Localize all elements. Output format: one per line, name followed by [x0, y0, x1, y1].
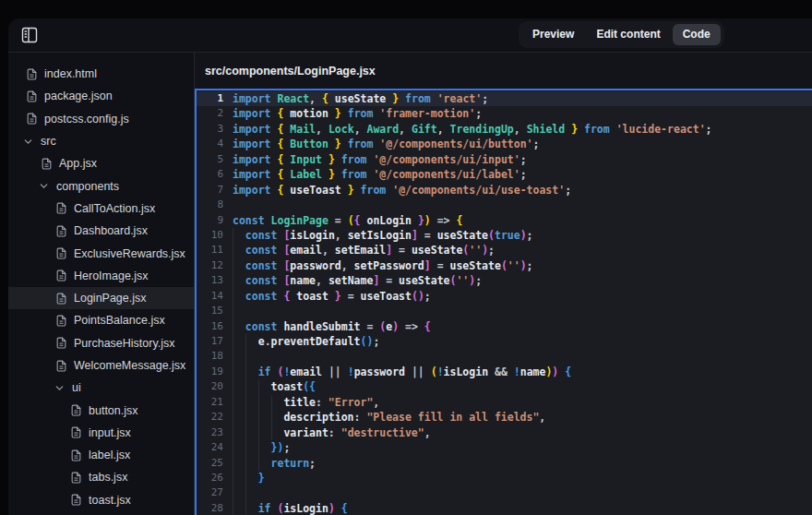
code-line[interactable]: 22description: "Please fill in all field… [197, 410, 812, 425]
file-text-icon [55, 225, 67, 237]
line-content: const LoginPage = ({ onLogin }) => { [233, 213, 462, 228]
code-line[interactable]: 21title: "Error", [197, 395, 812, 410]
code-line[interactable]: 28if (isLogin) { [197, 501, 812, 515]
indent-guide [245, 410, 258, 425]
code-line[interactable]: 20toast({ [197, 379, 812, 394]
file-text-icon [55, 337, 67, 349]
code-line[interactable]: 17e.preventDefault(); [197, 334, 812, 349]
indent-guide [245, 334, 258, 349]
file-label: ui [72, 381, 81, 394]
file-label: package.json [44, 90, 113, 102]
line-number: 7 [197, 183, 233, 198]
code-line[interactable]: 10const [isLogin, setIsLogin] = useState… [197, 228, 812, 243]
code-line[interactable]: 7import { useToast } from '@/components/… [197, 183, 812, 198]
code-line[interactable]: 13const [name, setName] = useState(''); [197, 273, 812, 288]
line-number: 22 [197, 410, 233, 425]
folder-components[interactable]: components [8, 174, 194, 197]
line-content: if (!email || !password || (!isLogin && … [233, 365, 571, 379]
code-line[interactable]: 25return; [197, 456, 812, 471]
sidebar-toggle-button[interactable] [19, 25, 40, 45]
file-text-icon [70, 472, 82, 484]
code-line[interactable]: 3import { Mail, Lock, Award, Gift, Trend… [197, 122, 812, 137]
file-input-jsx[interactable]: input.jsx [8, 422, 194, 444]
code-line[interactable]: 24}); [197, 440, 812, 455]
file-toast-jsx[interactable]: toast.jsx [8, 489, 194, 511]
indent-guide [233, 273, 245, 288]
code-line[interactable]: 15 [197, 304, 812, 318]
line-content: }); [233, 440, 290, 455]
code-line[interactable]: 4import { Button } from '@/components/ui… [197, 137, 812, 151]
tab-code[interactable]: Code [673, 24, 721, 45]
indent-guide [233, 304, 245, 318]
file-purchasehistory-jsx[interactable]: PurchaseHistory.jsx [8, 332, 194, 354]
line-content: import { Label } from '@/components/ui/l… [233, 167, 527, 182]
indent-guide [233, 410, 245, 425]
file-pointsbalance-jsx[interactable]: PointsBalance.jsx [8, 309, 194, 331]
code-line[interactable]: 9const LoginPage = ({ onLogin }) => { [197, 213, 812, 228]
file-label: LoginPage.jsx [74, 292, 147, 305]
line-content: const { toast } = useToast(); [233, 289, 431, 304]
indent-guide [271, 425, 284, 440]
file-text-icon [26, 90, 38, 102]
code-line[interactable]: 27 [197, 485, 812, 500]
file-label: input.jsx [89, 426, 131, 439]
tab-preview[interactable]: Preview [522, 24, 584, 45]
folder-src[interactable]: src [8, 130, 194, 152]
code-line[interactable]: 16const handleSubmit = (e) => { [197, 319, 812, 334]
indent-guide [233, 485, 245, 500]
file-label: button.jsx [89, 404, 138, 417]
indent-guide [245, 485, 258, 500]
folder-ui[interactable]: ui [8, 377, 194, 399]
line-number: 27 [197, 485, 233, 500]
line-content: if (isLogin) { [233, 501, 348, 515]
code-line[interactable]: 5import { Input } from '@/components/ui/… [197, 152, 812, 167]
line-number: 5 [197, 152, 233, 167]
code-line[interactable]: 23variant: "destructive", [197, 425, 812, 440]
tab-edit-content[interactable]: Edit content [586, 24, 670, 45]
indent-guide [233, 349, 245, 364]
file-postcss-config-js[interactable]: postcss.config.js [8, 108, 194, 130]
panel-left-icon [21, 27, 38, 43]
code-line[interactable]: 2import { motion } from 'framer-motion'; [197, 106, 812, 121]
line-content: import { motion } from 'framer-motion'; [233, 106, 482, 121]
code-line[interactable]: 14const { toast } = useToast(); [197, 289, 812, 304]
code-line[interactable]: 11const [email, setEmail] = useState('')… [197, 243, 812, 258]
file-index-html[interactable]: index.html [8, 63, 194, 85]
indent-guide [233, 228, 245, 243]
file-label: components [56, 180, 119, 193]
file-label: App.jsx [59, 157, 97, 170]
file-welcomemessage-jsx[interactable]: WelcomeMessage.jsx [8, 354, 194, 377]
code-line[interactable]: 6import { Label } from '@/components/ui/… [197, 167, 812, 182]
line-number: 6 [197, 167, 233, 182]
code-line[interactable]: 18 [197, 349, 812, 364]
file-text-icon [41, 158, 53, 170]
indent-guide [271, 410, 284, 425]
code-editor[interactable]: 1import React, { useState } from 'react'… [195, 89, 812, 515]
file-loginpage-jsx[interactable]: LoginPage.jsx [8, 287, 194, 309]
breadcrumb: src/components/LoginPage.jsx [205, 65, 376, 78]
line-number: 10 [197, 228, 233, 243]
file-calltoaction-jsx[interactable]: CallToAction.jsx [8, 198, 194, 220]
file-label-jsx[interactable]: label.jsx [8, 444, 194, 466]
file-button-jsx[interactable]: button.jsx [8, 399, 194, 421]
editor-area: src/components/LoginPage.jsx 1import Rea… [194, 53, 812, 515]
code-line[interactable]: 1import React, { useState } from 'react'… [197, 91, 812, 106]
code-line[interactable]: 19if (!email || !password || (!isLogin &… [197, 365, 812, 379]
line-number: 20 [197, 379, 233, 394]
file-heroimage-jsx[interactable]: HeroImage.jsx [8, 265, 194, 287]
line-content [233, 304, 245, 318]
code-line[interactable]: 12const [password, setPassword] = useSta… [197, 258, 812, 273]
file-app-jsx[interactable]: App.jsx [8, 152, 194, 174]
code-line[interactable]: 26} [197, 471, 812, 485]
file-dashboard-jsx[interactable]: Dashboard.jsx [8, 220, 194, 242]
file-tabs-jsx[interactable]: tabs.jsx [8, 466, 194, 488]
code-line[interactable]: 8 [197, 198, 812, 212]
line-content: variant: "destructive", [233, 425, 431, 440]
line-content [233, 349, 258, 364]
file-package-json[interactable]: package.json [8, 85, 194, 107]
indent-guide [245, 425, 258, 440]
main-panel: PreviewEdit contentCode index.htmlpackag… [8, 18, 812, 515]
indent-guide [233, 319, 245, 334]
file-exclusiverewards-jsx[interactable]: ExclusiveRewards.jsx [8, 242, 194, 264]
line-number: 16 [197, 319, 233, 334]
